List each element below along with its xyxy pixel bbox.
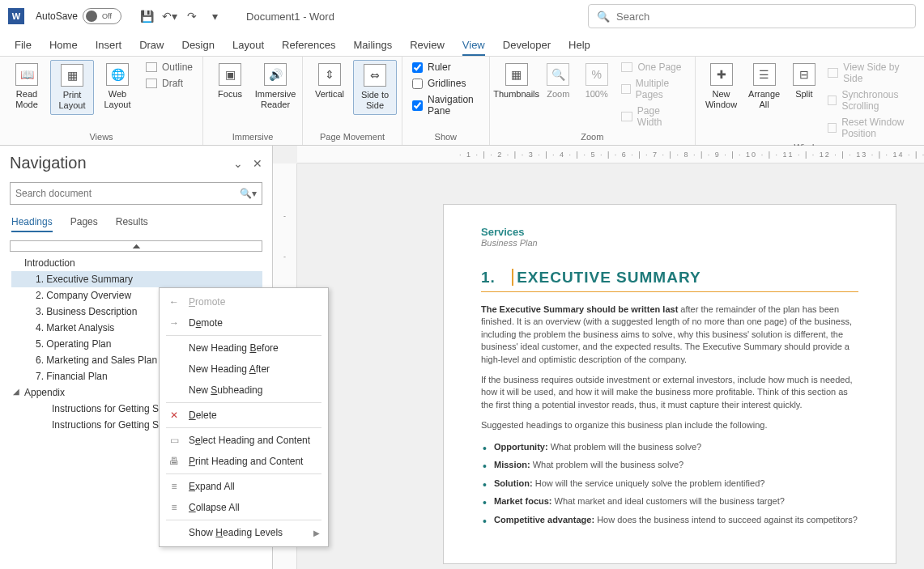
- list-item: Mission: What problem will the business …: [481, 458, 858, 472]
- separator: [166, 427, 321, 428]
- nav-search-icon[interactable]: 🔍▾: [240, 188, 257, 199]
- nav-tabs: Headings Pages Results: [10, 216, 262, 232]
- tab-developer[interactable]: Developer: [503, 39, 551, 56]
- nav-search-box[interactable]: 🔍▾: [10, 182, 262, 205]
- multiple-pages-icon: [621, 84, 630, 94]
- search-input[interactable]: [616, 11, 907, 23]
- heading-1: 1. EXECUTIVE SUMMARY: [481, 269, 858, 287]
- qat-customize-icon[interactable]: ▾: [207, 9, 222, 23]
- page-width-button[interactable]: Page Width: [621, 105, 685, 128]
- thumbnails-button[interactable]: ▦Thumbnails: [495, 60, 539, 103]
- web-layout-button[interactable]: 🌐Web Layout: [96, 60, 139, 113]
- tab-design[interactable]: Design: [182, 39, 215, 56]
- zoom-button[interactable]: 🔍Zoom: [540, 60, 577, 103]
- horizontal-ruler[interactable]: · 1 · | · 2 · | · 3 · | · 4 · | · 5 · | …: [297, 146, 924, 163]
- multiple-pages-button[interactable]: Multiple Pages: [621, 78, 685, 100]
- group-show: Ruler Gridlines Navigation Pane Show: [402, 57, 490, 145]
- zoom-icon: 🔍: [547, 63, 569, 86]
- ctx-promote: ←Promote: [160, 291, 328, 312]
- list-item: Opportunity: What problem will the busin…: [481, 440, 858, 454]
- nav-search-input[interactable]: [15, 188, 240, 199]
- tab-file[interactable]: File: [15, 39, 32, 56]
- redo-icon[interactable]: ↷: [185, 9, 199, 23]
- paragraph: Suggested headings to organize this busi…: [481, 419, 858, 431]
- draft-button[interactable]: Draft: [146, 78, 193, 89]
- ctx-show-heading-levels[interactable]: Show Heading Levels▶: [160, 522, 328, 543]
- group-label: Immersive: [208, 130, 297, 143]
- collapse-icon: ≡: [168, 501, 181, 514]
- read-mode-button[interactable]: 📖Read Mode: [5, 60, 49, 113]
- list-item: Solution: How will the service uniquely …: [481, 477, 858, 490]
- gridlines-checkbox[interactable]: Gridlines: [412, 78, 479, 89]
- split-button[interactable]: ⊟Split: [786, 60, 821, 103]
- navigation-pane-checkbox[interactable]: Navigation Pane: [412, 94, 479, 117]
- ctx-expand-all[interactable]: ≡Expand All: [160, 476, 328, 497]
- paragraph: If the business requires outside investm…: [481, 374, 858, 411]
- context-menu: ←Promote →Demote New Heading Before New …: [159, 287, 329, 547]
- document-scroll: ---12-- Services Business Plan 1. EXECUT…: [273, 163, 924, 569]
- ctx-delete[interactable]: ✕Delete: [160, 405, 328, 426]
- new-window-icon: ✚: [710, 63, 733, 86]
- web-layout-icon: 🌐: [106, 63, 129, 86]
- nav-dropdown-icon[interactable]: ⌄: [233, 157, 243, 170]
- nav-tab-headings[interactable]: Headings: [11, 216, 53, 232]
- group-window: ✚New Window ☰Arrange All ⊟Split View Sid…: [696, 57, 924, 145]
- ctx-demote[interactable]: →Demote: [160, 312, 328, 333]
- ctx-new-heading-before[interactable]: New Heading Before: [160, 338, 328, 359]
- outline-button[interactable]: Outline: [146, 62, 193, 73]
- tab-help[interactable]: Help: [568, 39, 590, 56]
- nav-collapse-bar[interactable]: ▲: [10, 240, 262, 252]
- ctx-new-heading-after[interactable]: New Heading After: [160, 359, 328, 380]
- autosave-control[interactable]: AutoSave Off: [36, 8, 121, 24]
- hundred-pct-icon: %: [585, 63, 608, 86]
- ctx-print-heading[interactable]: 🖶Print Heading and Content: [160, 451, 328, 472]
- ribbon-tabs: File Home Insert Draw Design Layout Refe…: [0, 32, 924, 57]
- nav-tab-results[interactable]: Results: [116, 216, 148, 232]
- ctx-collapse-all[interactable]: ≡Collapse All: [160, 497, 328, 518]
- focus-button[interactable]: ▣Focus: [208, 60, 252, 103]
- immersive-reader-button[interactable]: 🔊Immersive Reader: [253, 60, 297, 113]
- view-side-by-side-button[interactable]: View Side by Side: [828, 62, 914, 84]
- ruler-checkbox[interactable]: Ruler: [412, 62, 479, 73]
- tab-home[interactable]: Home: [49, 39, 78, 56]
- group-label: Zoom: [495, 130, 690, 143]
- nav-close-icon[interactable]: ✕: [253, 157, 262, 170]
- undo-icon[interactable]: ↶▾: [162, 9, 177, 23]
- nav-item[interactable]: 1. Executive Summary: [11, 271, 262, 287]
- reset-window-button[interactable]: Reset Window Position: [828, 117, 914, 139]
- nav-item[interactable]: Introduction: [11, 255, 262, 271]
- side-by-side-icon: [828, 68, 838, 78]
- save-icon[interactable]: 💾: [139, 9, 154, 23]
- document-page[interactable]: Services Business Plan 1. EXECUTIVE SUMM…: [443, 204, 896, 564]
- tab-layout[interactable]: Layout: [232, 39, 264, 56]
- group-views: 📖Read Mode ▦Print Layout 🌐Web Layout Out…: [0, 57, 203, 145]
- search-box[interactable]: 🔍: [588, 4, 916, 28]
- tab-view[interactable]: View: [462, 39, 485, 56]
- arrange-all-button[interactable]: ☰Arrange All: [743, 60, 785, 113]
- chevron-down-icon[interactable]: ◢: [13, 387, 19, 396]
- separator: [166, 335, 321, 336]
- toggle-knob: [86, 11, 97, 22]
- page-width-icon: [621, 112, 632, 121]
- vertical-icon: ⇕: [318, 63, 341, 86]
- print-layout-button[interactable]: ▦Print Layout: [50, 60, 94, 115]
- tab-references[interactable]: References: [282, 39, 335, 56]
- tab-mailings[interactable]: Mailings: [354, 39, 393, 56]
- tab-insert[interactable]: Insert: [96, 39, 122, 56]
- synchronous-scrolling-button[interactable]: Synchronous Scrolling: [828, 89, 914, 112]
- tab-review[interactable]: Review: [410, 39, 445, 56]
- print-icon: 🖶: [168, 455, 181, 468]
- tab-draw[interactable]: Draw: [139, 39, 164, 56]
- hundred-pct-button[interactable]: %100%: [578, 60, 615, 103]
- new-window-button[interactable]: ✚New Window: [700, 60, 742, 113]
- one-page-button[interactable]: One Page: [621, 62, 685, 73]
- ctx-new-subheading[interactable]: New Subheading: [160, 380, 328, 401]
- nav-tab-pages[interactable]: Pages: [70, 216, 98, 232]
- separator: [166, 473, 321, 474]
- side-to-side-button[interactable]: ⇔Side to Side: [353, 60, 397, 115]
- ctx-select-heading[interactable]: ▭Select Heading and Content: [160, 430, 328, 451]
- vertical-button[interactable]: ⇕Vertical: [308, 60, 351, 103]
- page-header-title: Services: [481, 226, 858, 238]
- autosave-toggle[interactable]: Off: [83, 8, 121, 24]
- split-icon: ⊟: [793, 63, 815, 86]
